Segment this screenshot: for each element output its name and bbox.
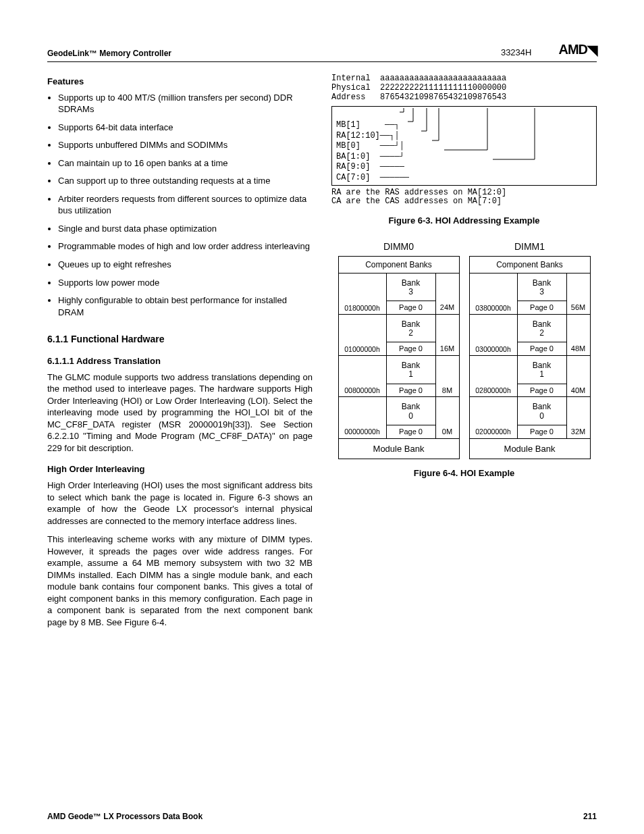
- bank-mid: Bank 1Page 0: [518, 356, 566, 396]
- bank-row: 01000000hBank 2Page 016M: [339, 314, 459, 355]
- bank-address: 00800000h: [339, 356, 387, 396]
- bank-size: 48M: [566, 315, 590, 355]
- bank-size: 40M: [566, 356, 590, 396]
- fig64-caption: Figure 6-4. HOI Example: [331, 467, 597, 479]
- header-left: GeodeLink™ Memory Controller: [47, 48, 171, 59]
- feature-item: Single and burst data phase optimization: [58, 223, 313, 235]
- bank-name: Bank 3: [387, 273, 435, 301]
- dimm-box: Component Banks01800000hBank 3Page 024M0…: [338, 256, 460, 460]
- page-footer: AMD Geode™ LX Processors Data Book 211: [47, 811, 597, 822]
- feature-item: Can maintain up to 16 open banks at a ti…: [58, 157, 313, 170]
- figure-6-4: DIMM0Component Banks01800000hBank 3Page …: [331, 240, 597, 460]
- component-banks-label: Component Banks: [470, 257, 590, 273]
- page-label: Page 0: [387, 425, 435, 438]
- bank-mid: Bank 1Page 0: [387, 356, 435, 396]
- feature-item: Supports up to 400 MT/S (million transfe…: [58, 92, 313, 115]
- page-label: Page 0: [518, 342, 566, 355]
- bank-name: Bank 1: [518, 356, 566, 383]
- feature-item: Queues up to eight refreshes: [58, 259, 313, 271]
- bank-row: 01800000hBank 3Page 024M: [339, 273, 459, 314]
- features-list: Supports up to 400 MT/S (million transfe…: [47, 92, 313, 319]
- bank-size: 24M: [435, 273, 459, 314]
- page-label: Page 0: [387, 384, 435, 397]
- module-bank-label: Module Bank: [470, 438, 590, 459]
- bank-name: Bank 2: [518, 315, 566, 342]
- dimm-title: DIMM1: [469, 240, 591, 253]
- fig63-address-header: Internal aaaaaaaaaaaaaaaaaaaaaaaaaa Phys…: [331, 74, 597, 102]
- bank-row: 02000000hBank 0Page 032M: [470, 396, 590, 438]
- feature-item: Programmable modes of high and low order…: [58, 240, 313, 253]
- fig63-note1: RA are the RAS addresses on MA[12:0]: [331, 188, 597, 198]
- bank-mid: Bank 3Page 0: [387, 273, 435, 314]
- bank-size: 16M: [435, 315, 459, 355]
- bank-row: 00000000hBank 0Page 00M: [339, 396, 459, 438]
- header-rule: [47, 61, 597, 62]
- bank-row: 03800000hBank 3Page 056M: [470, 273, 590, 314]
- feature-item: Can support up to three outstanding requ…: [58, 175, 313, 187]
- bank-mid: Bank 3Page 0: [518, 273, 566, 314]
- hoi-paragraph-1: High Order Interleaving (HOI) uses the m…: [47, 479, 313, 527]
- bank-row: 02800000hBank 1Page 040M: [470, 355, 590, 396]
- section-6-1-1: 6.1.1 Functional Hardware: [47, 333, 313, 346]
- right-column: Internal aaaaaaaaaaaaaaaaaaaaaaaaaa Phys…: [331, 74, 597, 635]
- bank-name: Bank 0: [387, 397, 435, 424]
- module-bank-label: Module Bank: [339, 438, 459, 459]
- bank-address: 02800000h: [470, 356, 518, 396]
- section-6-1-1-1: 6.1.1.1 Address Translation: [47, 355, 313, 367]
- feature-item: Supports unbuffered DIMMs and SODIMMs: [58, 139, 313, 151]
- bank-mid: Bank 2Page 0: [518, 315, 566, 355]
- bank-row: 03000000hBank 2Page 048M: [470, 314, 590, 355]
- dimm-1: DIMM1Component Banks03800000hBank 3Page …: [469, 240, 591, 460]
- bank-size: 56M: [566, 273, 590, 314]
- fig63-caption: Figure 6-3. HOI Addressing Example: [331, 215, 597, 227]
- page-header: GeodeLink™ Memory Controller 33234H AMD◥: [47, 41, 597, 59]
- bank-address: 01000000h: [339, 315, 387, 355]
- bank-address: 02000000h: [470, 397, 518, 438]
- bank-name: Bank 0: [518, 397, 566, 424]
- bank-mid: Bank 0Page 0: [387, 397, 435, 438]
- page-label: Page 0: [387, 342, 435, 355]
- feature-item: Supports low power mode: [58, 277, 313, 289]
- bank-size: 32M: [566, 397, 590, 438]
- bank-address: 01800000h: [339, 273, 387, 314]
- dimm-title: DIMM0: [338, 240, 460, 253]
- feature-item: Arbiter reorders requests from different…: [58, 193, 313, 217]
- bank-size: 0M: [435, 397, 459, 438]
- bank-name: Bank 1: [387, 356, 435, 383]
- address-translation-paragraph: The GLMC module supports two address tra…: [47, 371, 313, 454]
- page-label: Page 0: [518, 425, 566, 438]
- figure-6-3: Internal aaaaaaaaaaaaaaaaaaaaaaaaaa Phys…: [331, 74, 597, 227]
- bank-name: Bank 2: [387, 315, 435, 342]
- page-label: Page 0: [518, 301, 566, 314]
- footer-left: AMD Geode™ LX Processors Data Book: [47, 811, 203, 822]
- fig63-connector-lines: [400, 108, 575, 169]
- bank-mid: Bank 0Page 0: [518, 397, 566, 438]
- bank-address: 00000000h: [339, 397, 387, 438]
- hoi-heading: High Order Interleaving: [47, 463, 313, 475]
- features-heading: Features: [47, 76, 313, 88]
- bank-row: 00800000hBank 1Page 08M: [339, 355, 459, 396]
- fig63-note2: CA are the CAS addresses on MA[7:0]: [331, 197, 597, 207]
- amd-logo: AMD◥: [558, 41, 597, 59]
- page-number: 211: [583, 811, 597, 822]
- feature-item: Supports 64-bit data interface: [58, 122, 313, 134]
- bank-mid: Bank 2Page 0: [387, 315, 435, 355]
- bank-address: 03000000h: [470, 315, 518, 355]
- bank-address: 03800000h: [470, 273, 518, 314]
- hoi-paragraph-2: This interleaving scheme works with any …: [47, 533, 313, 628]
- bank-name: Bank 3: [518, 273, 566, 301]
- dimm-box: Component Banks03800000hBank 3Page 056M0…: [469, 256, 591, 460]
- fig63-signal-box: MB[1] ──┐ RA[12:10]──┐│ MB[0] ───┘│ BA[1…: [331, 106, 597, 185]
- bank-size: 8M: [435, 356, 459, 396]
- feature-item: Highly configurable to obtain best perfo…: [58, 294, 313, 318]
- page-label: Page 0: [387, 301, 435, 314]
- component-banks-label: Component Banks: [339, 257, 459, 273]
- dimm-0: DIMM0Component Banks01800000hBank 3Page …: [338, 240, 460, 460]
- page-label: Page 0: [518, 384, 566, 397]
- left-column: Features Supports up to 400 MT/S (millio…: [47, 74, 313, 635]
- header-code: 33234H: [501, 47, 532, 59]
